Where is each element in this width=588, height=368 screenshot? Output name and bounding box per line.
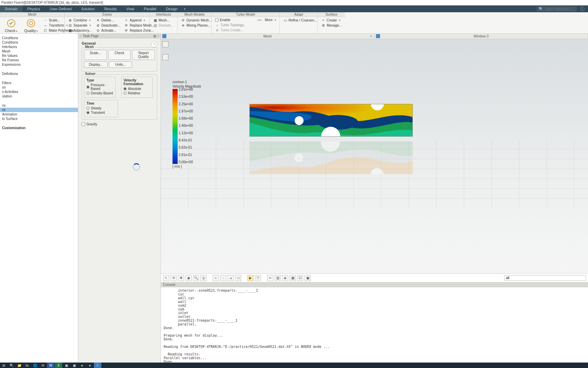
overset-button[interactable]: ▦Overset... bbox=[152, 23, 175, 28]
quality-button[interactable]: Quality▾ bbox=[21, 18, 40, 33]
tree-item[interactable]: Conditions bbox=[0, 40, 78, 45]
excel-icon[interactable]: X bbox=[55, 363, 62, 368]
menu-userdefined[interactable]: User-Defined bbox=[45, 5, 77, 12]
turbo-create-button[interactable]: ⊕Turbo Create... bbox=[214, 28, 248, 32]
explorer-icon[interactable]: 📁 bbox=[16, 363, 23, 368]
transient-radio[interactable]: Transient bbox=[86, 110, 116, 115]
steady-radio[interactable]: Steady bbox=[86, 106, 116, 110]
tree-item[interactable]: Animation bbox=[0, 112, 78, 117]
tree-item[interactable]: Interfaces bbox=[0, 45, 78, 49]
word-icon[interactable]: W bbox=[47, 363, 54, 368]
tree-item[interactable]: n Activities bbox=[0, 90, 78, 94]
gravity-checkbox[interactable]: Gravity bbox=[82, 122, 157, 126]
tree-item[interactable]: on bbox=[0, 85, 78, 90]
menu-physics[interactable]: Physics bbox=[22, 5, 45, 12]
tab-window3[interactable]: Window 3 bbox=[375, 34, 588, 39]
chevron-down-icon[interactable]: ▾ bbox=[184, 7, 186, 11]
tree-item[interactable]: ck bbox=[0, 108, 78, 112]
tree-item[interactable]: Customization bbox=[0, 126, 78, 130]
start-icon[interactable]: ⊞ bbox=[0, 363, 7, 368]
zoomout-icon[interactable]: － bbox=[220, 275, 226, 281]
view-axes-icon[interactable] bbox=[162, 54, 168, 60]
mail-icon[interactable]: ✉ bbox=[39, 363, 47, 368]
menu-design[interactable]: Design bbox=[161, 5, 182, 12]
turbo-more-button[interactable]: ○○○ More▾ bbox=[256, 18, 277, 22]
menu-results[interactable]: Results bbox=[99, 5, 121, 12]
snapshot-icon[interactable]: ▭ bbox=[235, 275, 241, 281]
fluent-taskbar-icon[interactable]: F bbox=[94, 363, 101, 368]
menu-view[interactable]: View bbox=[121, 5, 139, 12]
tree-item[interactable]: Re Frames bbox=[0, 58, 78, 62]
dynamic-mesh-button[interactable]: ⟳Dynamic Mesh... bbox=[180, 18, 213, 22]
app-icon[interactable]: ▣ bbox=[63, 363, 70, 368]
orbit-icon[interactable]: ◉ bbox=[185, 275, 192, 281]
refine-coarsen-button[interactable]: ▭Refine / Coarsen... bbox=[282, 18, 318, 22]
density-based-radio[interactable]: Density-Based bbox=[86, 91, 113, 95]
app3-icon[interactable]: ● bbox=[78, 363, 86, 368]
console-output[interactable]: interior--zone0521-freeparts-____-____1 … bbox=[161, 287, 588, 363]
surface-filter-input[interactable] bbox=[504, 275, 586, 281]
grid-icon[interactable]: ▣ bbox=[305, 275, 311, 281]
view-cube-icon[interactable] bbox=[162, 41, 168, 47]
menu-solution[interactable]: Solution bbox=[77, 5, 100, 12]
showall-icon[interactable]: ▥ bbox=[275, 275, 281, 281]
popout-icon[interactable]: ▣ bbox=[153, 34, 156, 38]
quick-search[interactable]: 🔍 bbox=[537, 6, 577, 12]
absolute-radio[interactable]: Absolute bbox=[124, 87, 150, 91]
play-icon[interactable]: ▶ bbox=[247, 275, 254, 281]
select-icon[interactable]: ↖ bbox=[163, 275, 169, 281]
outline-tree[interactable]: ConditionsConditionsInterfacesMeshRe Val… bbox=[0, 34, 78, 363]
close-icon[interactable]: × bbox=[370, 34, 372, 38]
tab-mesh[interactable]: Mesh × bbox=[161, 34, 375, 39]
plot-icon[interactable]: ☑ bbox=[297, 275, 303, 281]
surface-create-button[interactable]: ＋Create▾ bbox=[320, 18, 343, 22]
os-taskbar[interactable]: ⊞ 🔍 📁 🛍 🌐 ✉ W X ▣ ▣ ● ● F bbox=[0, 363, 588, 368]
help-icon[interactable]: ? bbox=[151, 41, 157, 47]
combine-button[interactable]: ⊕Combine▾ bbox=[67, 18, 93, 22]
collapse-left-icon[interactable]: ‹ bbox=[80, 34, 81, 38]
scale-task-button[interactable]: Scale... bbox=[84, 50, 107, 60]
relative-radio[interactable]: Relative bbox=[124, 91, 150, 95]
pan-icon[interactable]: ✥ bbox=[178, 275, 184, 281]
tree-item[interactable]: ns bbox=[0, 103, 78, 108]
activate-button[interactable]: ⊙Activate... bbox=[95, 28, 122, 33]
zoom-icon[interactable]: 🔍 bbox=[193, 275, 199, 281]
pressure-based-radio[interactable]: Pressure-Based bbox=[86, 83, 113, 91]
tree-item[interactable]: Re Values bbox=[0, 53, 78, 58]
help-icon[interactable]: ⓘ bbox=[580, 6, 585, 12]
display-task-button[interactable]: Display... bbox=[84, 61, 108, 68]
filter-icon[interactable]: ▽ bbox=[255, 275, 261, 281]
collapse-right-icon[interactable]: › bbox=[158, 34, 159, 38]
interfaces-mesh-button[interactable]: ▦Mesh... bbox=[152, 18, 175, 22]
search-tb-icon[interactable]: 🔍 bbox=[8, 363, 15, 368]
multi-icon[interactable]: ▦ bbox=[290, 275, 296, 281]
surface-manage-button[interactable]: ⚙Manage... bbox=[320, 23, 343, 28]
tree-item[interactable]: Mesh bbox=[0, 49, 78, 53]
adjacency-button[interactable]: ▦Adjacency... bbox=[67, 28, 93, 33]
quick-search-input[interactable] bbox=[544, 7, 575, 11]
tree-item[interactable]: Expressions bbox=[0, 62, 78, 67]
store-icon[interactable]: 🛍 bbox=[23, 363, 31, 368]
separate-button[interactable]: ⊟Separate▾ bbox=[67, 23, 93, 28]
fit-icon[interactable]: ◎ bbox=[200, 275, 207, 281]
menu-domain[interactable]: Domain bbox=[0, 5, 22, 12]
probe-icon[interactable]: ◈ bbox=[282, 275, 288, 281]
app4-icon[interactable]: ● bbox=[86, 363, 94, 368]
hide-icon[interactable]: ━ bbox=[267, 275, 273, 281]
mixing-planes-button[interactable]: ≋Mixing Planes... bbox=[180, 23, 213, 28]
report-quality-button[interactable]: Report Quality bbox=[132, 50, 155, 60]
tree-item[interactable]: Filters bbox=[0, 81, 78, 85]
axes-icon[interactable]: ⊿ bbox=[228, 275, 234, 281]
tree-item[interactable]: Definitions bbox=[0, 72, 78, 76]
check-button[interactable]: Check▾ bbox=[2, 18, 20, 33]
delete-button[interactable]: ✕Delete... bbox=[95, 18, 122, 22]
tree-item[interactable]: ulation bbox=[0, 94, 78, 98]
turbo-enable-button[interactable]: Enable bbox=[214, 18, 248, 22]
render-view[interactable]: contour-1 Velocity Magnitude 2.81e+002.5… bbox=[161, 39, 588, 273]
menu-parallel[interactable]: Parallel bbox=[139, 5, 161, 12]
edge-icon[interactable]: 🌐 bbox=[31, 363, 39, 368]
units-task-button[interactable]: Units... bbox=[109, 61, 132, 68]
app2-icon[interactable]: ▣ bbox=[70, 363, 78, 368]
tree-item[interactable]: Conditions bbox=[0, 36, 78, 40]
check-task-button[interactable]: Check bbox=[108, 50, 131, 60]
